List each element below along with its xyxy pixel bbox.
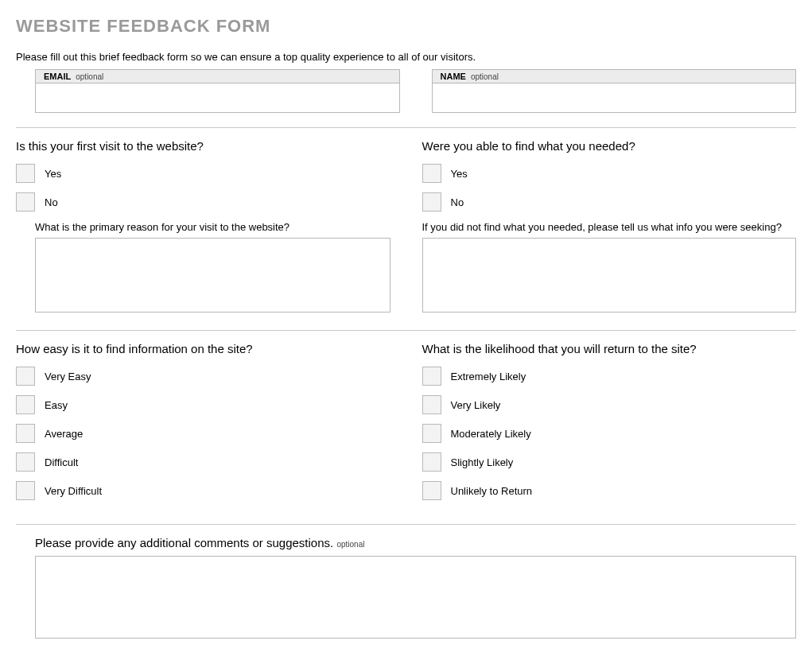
q3-opt-0: Very Easy	[16, 367, 390, 386]
comments-header: Please provide any additional comments o…	[16, 536, 796, 549]
checkbox[interactable]	[422, 164, 441, 183]
option-label: No	[451, 196, 464, 208]
q1-opt-yes: Yes	[16, 164, 390, 183]
q1-opt-no: No	[16, 192, 390, 212]
option-label: Very Likely	[451, 399, 501, 411]
checkbox[interactable]	[422, 452, 441, 472]
checkbox[interactable]	[422, 424, 441, 443]
option-label: Yes	[451, 168, 468, 180]
q2-opt-yes: Yes	[422, 164, 797, 183]
checkbox[interactable]	[16, 395, 35, 414]
q4-opt-4: Unlikely to Return	[422, 481, 797, 500]
checkbox[interactable]	[422, 395, 441, 414]
option-label: Slightly Likely	[451, 456, 514, 468]
q1-text: Is this your first visit to the website?	[16, 139, 390, 153]
checkbox[interactable]	[16, 192, 35, 212]
checkbox[interactable]	[422, 192, 441, 212]
option-label: Very Easy	[45, 371, 91, 382]
q2-opt-no: No	[422, 192, 797, 212]
checkbox[interactable]	[16, 481, 35, 500]
name-header: NAME optional	[432, 69, 797, 83]
q1-sub: What is the primary reason for your visi…	[35, 221, 390, 233]
option-label: Average	[45, 428, 83, 440]
q4-opt-2: Moderately Likely	[422, 424, 797, 443]
checkbox[interactable]	[16, 164, 35, 183]
intro-text: Please fill out this brief feedback form…	[16, 51, 796, 63]
option-label: Yes	[45, 168, 61, 180]
checkbox[interactable]	[16, 424, 35, 443]
q2-textarea[interactable]	[422, 238, 797, 313]
comments-textarea[interactable]	[35, 556, 796, 639]
divider	[16, 127, 796, 128]
name-field-group: NAME optional	[432, 69, 797, 113]
q1-textarea[interactable]	[35, 238, 390, 313]
q4-opt-0: Extremely Likely	[422, 367, 797, 386]
q3-opt-3: Difficult	[16, 452, 390, 472]
checkbox[interactable]	[422, 367, 441, 386]
option-label: No	[45, 196, 58, 208]
q3-opt-4: Very Difficult	[16, 481, 390, 500]
name-input[interactable]	[432, 83, 797, 113]
page-title: WEBSITE FEEDBACK FORM	[16, 16, 796, 37]
divider	[16, 330, 796, 331]
option-label: Unlikely to Return	[451, 485, 533, 497]
option-label: Easy	[45, 399, 68, 411]
q3-text: How easy is it to find information on th…	[16, 342, 390, 355]
email-header: EMAIL optional	[35, 69, 400, 83]
email-label: EMAIL	[44, 72, 71, 81]
email-input[interactable]	[35, 83, 400, 113]
option-label: Very Difficult	[45, 485, 102, 497]
q2-text: Were you able to find what you needed?	[422, 139, 797, 153]
option-label: Difficult	[45, 456, 78, 468]
comments-label: Please provide any additional comments o…	[35, 536, 333, 549]
option-label: Moderately Likely	[451, 428, 531, 440]
comments-optional: optional	[336, 540, 364, 549]
option-label: Extremely Likely	[451, 371, 526, 382]
email-optional: optional	[76, 72, 103, 81]
q3-opt-1: Easy	[16, 395, 390, 414]
checkbox[interactable]	[16, 367, 35, 386]
q3-opt-2: Average	[16, 424, 390, 443]
q4-opt-3: Slightly Likely	[422, 452, 797, 472]
email-field-group: EMAIL optional	[35, 69, 400, 113]
name-optional: optional	[471, 72, 499, 81]
q4-opt-1: Very Likely	[422, 395, 797, 414]
divider	[16, 524, 796, 525]
checkbox[interactable]	[16, 452, 35, 472]
checkbox[interactable]	[422, 481, 441, 500]
q2-sub: If you did not find what you needed, ple…	[422, 221, 797, 233]
q4-text: What is the likelihood that you will ret…	[422, 342, 797, 355]
name-label: NAME	[441, 72, 466, 81]
